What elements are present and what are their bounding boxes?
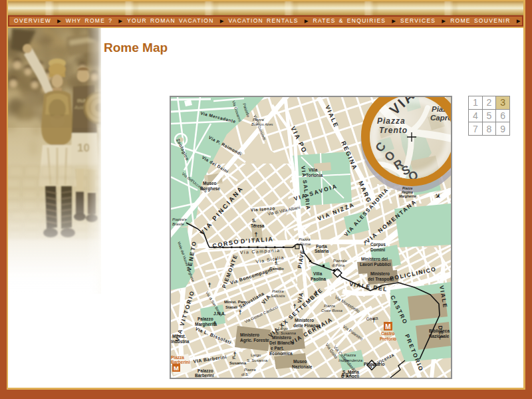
svg-text:†: † xyxy=(238,309,241,316)
svg-text:Camillo: Camillo xyxy=(269,267,284,271)
svg-text:Ministero: Ministero xyxy=(295,318,314,323)
svg-text:Piazzale: Piazzale xyxy=(333,259,347,263)
svg-text:S.: S. xyxy=(232,356,236,360)
svg-text:Economica: Economica xyxy=(269,351,293,356)
svg-text:†: † xyxy=(207,282,211,289)
svg-text:Porta: Porta xyxy=(316,244,327,249)
svg-text:Piazza: Piazza xyxy=(244,368,256,372)
svg-text:Piazza: Piazza xyxy=(377,116,406,126)
svg-text:Margherita: Margherita xyxy=(195,322,217,327)
svg-text:Villa: Villa xyxy=(313,271,323,276)
svg-text:Margherite: Margherite xyxy=(399,194,416,198)
svg-text:e Part.: e Part. xyxy=(271,346,284,350)
svg-text:M: M xyxy=(385,323,390,331)
svg-text:Buenos Aires: Buenos Aires xyxy=(251,122,273,126)
svg-text:Piazza: Piazza xyxy=(171,355,184,360)
svg-text:Piazza: Piazza xyxy=(253,118,264,122)
svg-text:dei Trasporti: dei Trasporti xyxy=(368,277,394,282)
svg-text:Domini: Domini xyxy=(370,247,385,252)
svg-text:Minist. Part.: Minist. Part. xyxy=(224,300,247,304)
svg-text:S.: S. xyxy=(252,218,256,223)
svg-text:Villa: Villa xyxy=(309,168,318,172)
svg-text:Piazza: Piazza xyxy=(344,353,356,357)
svg-text:S. Susanna: S. Susanna xyxy=(276,331,297,335)
svg-text:Nazionale: Nazionale xyxy=(429,334,450,338)
svg-text:Palazzo: Palazzo xyxy=(198,317,213,321)
svg-text:Brasile: Brasile xyxy=(172,222,184,226)
svg-text:di S.: di S. xyxy=(241,372,249,376)
svg-text:M: M xyxy=(174,364,179,372)
svg-text:Minist.: Minist. xyxy=(172,334,186,338)
svg-text:delle Finanze: delle Finanze xyxy=(293,323,321,328)
svg-text:Nazionale: Nazionale xyxy=(292,364,313,369)
svg-text:Del Bilancio: Del Bilancio xyxy=(269,340,294,345)
svg-text:Teresa: Teresa xyxy=(251,223,265,228)
svg-text:Planetario: Planetario xyxy=(364,362,384,366)
svg-text:Fiume: Fiume xyxy=(300,242,311,246)
svg-text:Torlonia: Torlonia xyxy=(306,173,323,178)
svg-text:Corpus: Corpus xyxy=(370,242,386,247)
svg-text:Barberini: Barberini xyxy=(171,360,190,364)
svg-text:Salaria: Salaria xyxy=(315,249,329,253)
svg-text:d' Angeli: d' Angeli xyxy=(341,374,359,378)
svg-text:Borghese: Borghese xyxy=(200,186,220,192)
svg-text:Croce Rossa: Croce Rossa xyxy=(321,309,342,313)
svg-text:Pretorio: Pretorio xyxy=(380,336,396,341)
svg-text:Lavori Pubblici: Lavori Pubblici xyxy=(360,262,391,267)
svg-text:Castro: Castro xyxy=(381,331,395,336)
svg-text:Sallustis: Sallustis xyxy=(271,294,285,298)
svg-text:Paolina: Paolina xyxy=(311,277,327,281)
svg-text:Susanna: Susanna xyxy=(229,361,247,365)
svg-text:Ministero: Ministero xyxy=(272,335,291,340)
svg-text:Ministero dei: Ministero dei xyxy=(361,257,388,261)
svg-text:Museo: Museo xyxy=(203,181,217,186)
svg-text:Statali: Statali xyxy=(225,305,237,309)
svg-text:Agric. Foreste: Agric. Foreste xyxy=(240,338,269,343)
svg-text:Industria: Industria xyxy=(171,339,190,344)
svg-text:Ministero: Ministero xyxy=(370,271,390,276)
svg-text:Trento: Trento xyxy=(379,126,408,135)
svg-text:di Porta: di Porta xyxy=(332,263,345,267)
svg-text:Largo: Largo xyxy=(251,353,261,357)
svg-text:Palazzo: Palazzo xyxy=(198,368,213,373)
svg-text:Piazza: Piazza xyxy=(299,237,311,241)
svg-text:Pio: Pio xyxy=(334,268,340,272)
svg-text:Ministero: Ministero xyxy=(240,332,259,337)
svg-text:Barberini: Barberini xyxy=(195,373,214,378)
svg-text:S.: S. xyxy=(275,261,279,265)
svg-text:Largo: Largo xyxy=(278,327,289,331)
svg-text:Museo: Museo xyxy=(293,359,307,364)
svg-text:S. Susanna: S. Susanna xyxy=(247,358,268,362)
svg-text:Indipendenza: Indipendenza xyxy=(338,358,363,362)
svg-text:Biblioteca: Biblioteca xyxy=(429,329,450,333)
svg-text:Piazza: Piazza xyxy=(324,304,335,308)
svg-text:Piazza: Piazza xyxy=(272,289,284,293)
svg-text:Piazza'e: Piazza'e xyxy=(172,217,188,221)
